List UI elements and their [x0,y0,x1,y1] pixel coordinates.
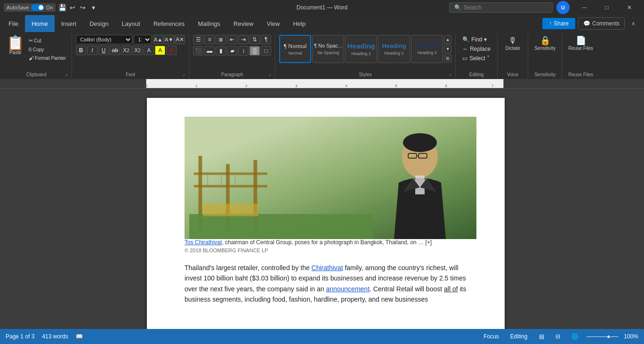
tab-insert[interactable]: Insert [55,15,83,32]
styles-expand[interactable]: ⊞ [444,54,451,63]
style-nospace-label: No Spacing [317,50,339,55]
tab-home[interactable]: Home [25,15,55,32]
redo-button[interactable]: ↪ [79,4,87,11]
copy-button[interactable]: ⎘ Copy [27,46,68,53]
dictate-icon: 🎙 [508,36,517,45]
view-mode-button[interactable]: ▤ [536,332,547,341]
ribbon-tabs-row: File Home Insert Design Layout Reference… [0,15,644,32]
voice-content: 🎙 Dictate [501,35,524,60]
avatar[interactable]: U [556,1,570,14]
share-label: Share [554,20,569,27]
zoom-percent: 100% [624,333,638,340]
cut-button[interactable]: ✂ Cut [27,37,68,45]
font-color-button[interactable]: A [166,46,177,55]
close-button[interactable]: ✕ [619,0,640,15]
share-button[interactable]: ↑ Share [542,18,575,29]
strikethrough-button[interactable]: ab [110,46,120,55]
tab-design[interactable]: Design [83,15,115,32]
bold-button[interactable]: B [76,46,86,55]
numbering-button[interactable]: ≡ [204,35,215,44]
border-button[interactable]: □ [261,46,271,56]
document-scroll[interactable]: Tos Chirathivat, chairman of Central Gro… [14,88,637,329]
web-layout-button[interactable]: 🌐 [569,332,581,341]
font-expand-button[interactable]: ⌟ [180,71,187,77]
text-effects-button[interactable]: A [144,46,154,55]
format-painter-label: Format Painter [35,56,66,61]
ruler-mark-2: 2 [245,84,247,88]
style-heading2[interactable]: Heading Heading 2 [378,35,410,63]
subscript-button[interactable]: X2 [121,46,131,55]
shading-button[interactable]: ▒ [250,46,260,56]
superscript-button[interactable]: X2 [132,46,143,55]
copy-icon: ⎘ [29,47,32,52]
zoom-slider[interactable]: ─────●── [587,333,619,340]
search-bar[interactable]: 🔍 Search [449,2,553,13]
paragraph-text-1: Thailand's largest retailer, controlled … [185,264,312,272]
tab-review[interactable]: Review [227,15,260,32]
more-tools-button[interactable]: ▾ [89,4,97,11]
autosave-pill[interactable] [31,4,44,11]
bullets-button[interactable]: ☰ [193,35,203,44]
find-button[interactable]: 🔍 Find ▾ [459,35,490,44]
font-select-row: Calibri (Body) 11 A▲ A▼ A✕ [76,35,185,44]
font-size-select[interactable]: 11 [134,35,152,44]
tab-view[interactable]: View [260,15,286,32]
align-left-button[interactable]: ⬛ [193,46,203,56]
line-spacing-button[interactable]: ↕ [238,46,249,56]
styles-expand-button[interactable]: ⌟ [447,71,453,77]
tab-help[interactable]: Help [286,15,312,32]
justify-button[interactable]: ▰ [227,46,237,56]
show-marks-button[interactable]: ¶ [261,35,271,44]
print-layout-button[interactable]: ⊟ [553,332,563,341]
decrease-indent-button[interactable]: ⇤ [227,35,237,44]
styles-scroll-up[interactable]: ▲ [444,35,451,44]
tab-references[interactable]: References [147,15,191,32]
maximize-button[interactable]: □ [596,0,618,15]
editing-mode-button[interactable]: Editing [507,332,531,341]
style-heading3[interactable]: Heading Heading 3 [411,35,443,63]
style-heading1[interactable]: Heading Heading 1 [345,35,377,63]
autosave-toggle[interactable]: AutoSave On [4,3,56,12]
find-icon: 🔍 [462,36,469,43]
left-margin [0,88,14,329]
increase-font-button[interactable]: A▲ [153,35,163,44]
tab-file[interactable]: File [2,15,25,32]
chirathivat-link[interactable]: Chirathivat [312,264,343,272]
increase-indent-button[interactable]: ⇥ [238,35,249,44]
list-buttons-row: ☰ ≡ ≣ ⇤ ⇥ ⇅ ¶ [193,35,271,44]
tab-mailings[interactable]: Mailings [191,15,227,32]
undo-button[interactable]: ↩ [69,4,76,11]
styles-scroll-down[interactable]: ▼ [444,45,451,53]
caption-name-link[interactable]: Tos Chirathivat [185,239,222,246]
underline-button[interactable]: U [98,46,109,55]
align-center-button[interactable]: ▬ [204,46,215,56]
paragraph-expand-button[interactable]: ⌟ [266,71,273,77]
dictate-button[interactable]: 🎙 Dictate [501,35,524,52]
italic-button[interactable]: I [87,46,97,55]
comments-label: Comments [592,20,620,27]
clear-format-button[interactable]: A✕ [175,35,185,44]
save-button[interactable]: 💾 [58,4,66,11]
sensitivity-button[interactable]: 🔒 Sensitivity [532,35,558,52]
select-button[interactable]: ▭ Select ˅ [459,54,492,63]
align-buttons-row: ⬛ ▬ ▮ ▰ ↕ ▒ □ [193,46,271,56]
multilevel-list-button[interactable]: ≣ [216,35,226,44]
tab-layout[interactable]: Layout [115,15,147,32]
sort-button[interactable]: ⇅ [250,35,260,44]
focus-button[interactable]: Focus [481,332,502,341]
comments-button[interactable]: 💬 Comments [578,17,625,30]
format-painter-button[interactable]: 🖌 Format Painter [27,54,68,62]
collapse-ribbon-button[interactable]: ∧ [628,20,639,27]
align-right-button[interactable]: ▮ [216,46,226,56]
announcement-link[interactable]: announcement [326,285,370,293]
highlight-button[interactable]: A [155,46,165,55]
style-nospace[interactable]: ¶ No Spac... No Spacing [312,35,344,63]
paste-button[interactable]: 📋 Paste [5,35,26,56]
decrease-font-button[interactable]: A▼ [164,35,174,44]
font-name-select[interactable]: Calibri (Body) [76,35,132,44]
minimize-button[interactable]: ─ [573,0,595,15]
style-normal[interactable]: ¶ Normal Normal [279,35,311,63]
clipboard-expand-button[interactable]: ⌟ [63,71,70,77]
replace-button[interactable]: ↔ Replace [459,44,493,54]
reuse-files-button[interactable]: 📄 Reuse Files [566,35,596,52]
